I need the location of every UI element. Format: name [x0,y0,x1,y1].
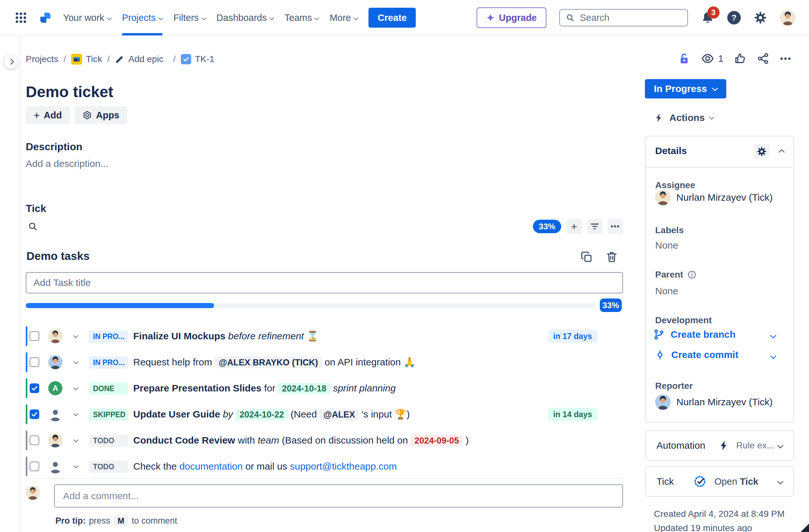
nav-item-filters[interactable]: Filters [173,0,206,35]
breadcrumb: Projects / Tick / Add epic / TK-1 [26,51,214,67]
commit-chevron-down-icon[interactable] [770,353,776,359]
tick-more-icon[interactable]: ••• [607,219,623,234]
description-placeholder[interactable]: Add a description... [26,158,108,169]
progress-percent-badge: 33% [600,299,622,312]
task-status-chip[interactable]: TODO [89,435,128,447]
bottom-right-artifact [801,524,809,532]
chevron-down-icon[interactable] [777,442,784,449]
development-label: Development [655,315,712,325]
task-title[interactable]: Conduct Code Review with team (Based on … [133,434,468,447]
task-checkbox[interactable] [30,357,39,367]
add-task-title-input[interactable] [26,272,623,293]
trash-icon[interactable] [606,251,618,263]
assignee-label: Assignee [655,180,695,191]
breadcrumb-project-tick[interactable]: Tick [71,54,102,65]
reporter-label: Reporter [655,381,693,391]
task-status-chip[interactable]: TODO [89,461,128,473]
chevron-down-icon [269,15,275,20]
chevron-down-icon [201,15,206,20]
add-task-button[interactable]: + [566,219,582,234]
open-tick-link[interactable]: Open Tick [715,476,758,487]
task-group-title[interactable]: Demo tasks [27,250,89,263]
task-title[interactable]: Check the documentation or mail us suppo… [133,460,397,473]
chevron-down-icon[interactable] [73,463,79,468]
assignee-field[interactable]: Nurlan Mirzayev (Tick) [655,190,773,205]
chevron-down-icon [353,15,359,20]
comment-input[interactable] [54,484,623,508]
task-checkbox[interactable] [30,462,39,471]
chevron-down-icon[interactable] [73,385,79,390]
actions-dropdown[interactable]: Actions [654,111,713,125]
search-input[interactable] [579,12,682,23]
expand-sidebar-button[interactable] [4,55,18,69]
status-dropdown[interactable]: In Progress [645,79,726,99]
automation-panel[interactable]: Automation Rule ex... [645,430,794,461]
nav-item-dashboards[interactable]: Dashboards [217,0,274,35]
watchers-button[interactable]: 1 [701,52,723,65]
task-title[interactable]: Finalize UI Mockups before refinement ⌛ [133,330,319,342]
task-status-chip[interactable]: SKIPPED [89,408,128,421]
task-checkbox[interactable] [30,409,39,419]
info-icon[interactable] [687,270,697,280]
parent-label: Parent [655,269,697,280]
task-checkbox[interactable] [30,384,39,393]
task-row: TODO Conduct Code Review with team (Base… [26,430,624,451]
share-icon[interactable] [757,52,770,65]
tick-search-icon[interactable] [28,221,38,232]
automation-rule-label: Rule ex... [736,440,774,450]
jira-logo-icon[interactable] [39,11,52,24]
task-status-chip[interactable]: IN PRO... [89,356,128,369]
task-title[interactable]: Update User Guide by 2024-10-22 (Need @A… [133,408,410,421]
nav-item-teams[interactable]: Teams [285,0,319,35]
parent-value[interactable]: None [655,286,678,297]
unlock-icon[interactable] [678,52,691,65]
breadcrumb-projects[interactable]: Projects [26,54,58,64]
task-checkbox[interactable] [30,436,39,445]
breadcrumb-add-epic[interactable]: Add epic [115,54,163,64]
add-button[interactable]: + Add [26,106,69,124]
task-row: SKIPPED Update User Guide by 2024-10-22 … [26,404,624,425]
upgrade-button[interactable]: ✦ Upgrade [477,7,546,28]
chevron-down-icon[interactable] [73,333,79,338]
nav-item-more[interactable]: More [329,0,358,35]
apps-button[interactable]: Apps [75,106,127,124]
task-status-chip[interactable]: DONE [89,383,128,395]
more-actions-icon[interactable]: ••• [780,54,792,64]
task-status-chip[interactable]: IN PRO... [89,330,128,342]
copy-icon[interactable] [581,251,593,263]
breadcrumb-issue-key[interactable]: TK-1 [181,54,214,64]
help-icon[interactable]: ? [727,11,741,24]
task-title[interactable]: Request help from @ALEX BRAYKO (TICK) on… [133,356,415,369]
create-commit-link[interactable]: Create commit [655,349,738,360]
reporter-field[interactable]: Nurlan Mirzayev (Tick) [655,394,773,410]
top-navbar: Your work Projects Filters Dashboards Te… [0,0,809,36]
vote-thumbs-up-icon[interactable] [734,52,746,65]
tick-panel-label: Tick [656,476,674,487]
settings-gear-icon[interactable] [754,11,767,24]
page-title[interactable]: Demo ticket [26,83,113,101]
nav-item-your-work[interactable]: Your work [63,0,111,35]
tick-progress-badge: 33% [533,220,561,233]
jira-issue-page: Your work Projects Filters Dashboards Te… [0,0,809,532]
labels-value[interactable]: None [655,240,678,251]
updated-timestamp: Updated 19 minutes ago [654,523,752,532]
collapse-details-button[interactable] [779,150,784,156]
task-status-accent [26,404,27,424]
create-button[interactable]: Create [368,8,415,28]
tick-app-panel[interactable]: Tick Open Tick [645,466,794,497]
create-branch-link[interactable]: Create branch [653,329,736,340]
chevron-down-icon[interactable] [73,438,79,443]
user-avatar[interactable] [780,10,795,25]
chevron-down-icon[interactable] [777,478,784,485]
task-title[interactable]: Prepare Presentation Slides for 2024-10-… [133,382,396,395]
task-assignee-avatar [48,433,63,447]
app-switcher-icon[interactable] [14,11,28,24]
filter-icon[interactable] [587,219,602,234]
chevron-down-icon[interactable] [73,411,79,416]
nav-item-projects[interactable]: Projects [122,0,162,35]
chevron-down-icon[interactable] [73,359,79,365]
task-checkbox[interactable] [30,331,39,341]
automation-label: Automation [656,440,705,451]
branch-chevron-down-icon[interactable] [770,332,776,339]
details-gear-icon[interactable] [754,144,769,159]
